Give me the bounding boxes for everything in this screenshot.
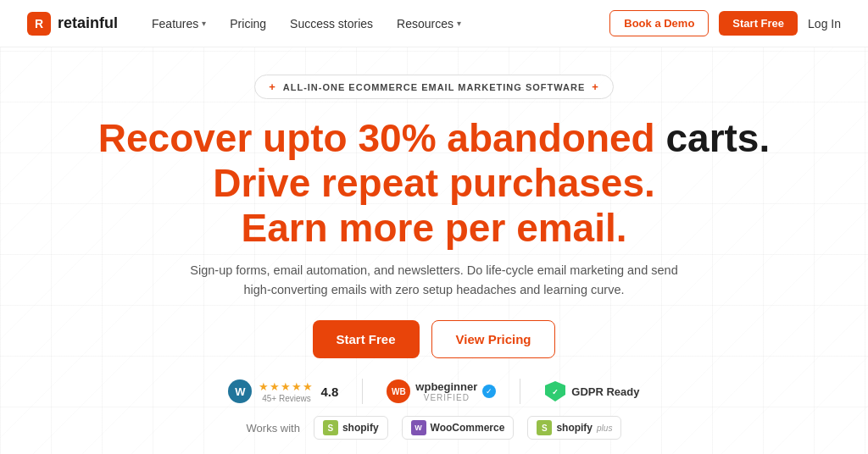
badge-plus-right: +: [592, 80, 599, 93]
rating-number: 4.8: [320, 385, 338, 399]
wpbeginner-info: wpbeginner VERIFIED: [415, 380, 477, 402]
nav-actions: Book a Demo Start Free Log In: [609, 10, 841, 36]
badge-text: ALL-IN-ONE ECOMMERCE EMAIL MARKETING SOF…: [283, 82, 585, 92]
wpbeginner-badge: WB wpbeginner VERIFIED ✓: [387, 379, 496, 403]
svg-text:✓: ✓: [552, 388, 559, 396]
nav-pricing[interactable]: Pricing: [230, 17, 266, 30]
hero-section: + ALL-IN-ONE ECOMMERCE EMAIL MARKETING S…: [0, 47, 868, 440]
gdpr-badge: ✓ GDPR Ready: [544, 380, 639, 402]
hero-buttons: Start Free View Pricing: [17, 320, 851, 358]
navbar: R retainful Features ▾ Pricing Success s…: [0, 0, 868, 47]
rating-info: ★★★★★ 45+ Reviews: [259, 379, 314, 404]
logo-icon: R: [27, 12, 51, 36]
headline-line1: Recover upto 30% abandoned carts.: [17, 116, 851, 161]
hero-badge: + ALL-IN-ONE ECOMMERCE EMAIL MARKETING S…: [254, 75, 614, 99]
shopify-plus-icon: S: [537, 420, 552, 435]
wpbeginner-icon: WB: [387, 379, 410, 403]
shopify-plus-label: shopify: [556, 422, 593, 434]
hero-headline: Recover upto 30% abandoned carts. Drive …: [17, 116, 851, 251]
wpbeginner-label: wpbeginner: [415, 380, 477, 393]
nav-links: Features ▾ Pricing Success stories Resou…: [152, 17, 609, 30]
woocommerce-badge: W WooCommerce: [402, 416, 515, 440]
trust-badges: W ★★★★★ 45+ Reviews 4.8 WB wpbeginner VE…: [17, 379, 851, 404]
reviews-label: 45+ Reviews: [259, 394, 314, 404]
wordpress-rating: W ★★★★★ 45+ Reviews 4.8: [228, 379, 338, 404]
book-demo-button[interactable]: Book a Demo: [609, 10, 709, 36]
stars: ★★★★★: [259, 379, 314, 394]
works-with-label: Works with: [247, 422, 300, 435]
nav-success-stories[interactable]: Success stories: [290, 17, 373, 30]
shopify-label: shopify: [342, 422, 379, 434]
logo-text: retainful: [58, 14, 118, 32]
woocommerce-icon: W: [411, 420, 426, 435]
badge-plus-left: +: [269, 80, 276, 93]
gdpr-shield-icon: ✓: [544, 380, 566, 402]
features-chevron-icon: ▾: [202, 19, 206, 28]
shopify-plus-suffix: plus: [597, 424, 612, 433]
headline-line3: Earn more per email.: [17, 206, 851, 251]
login-link[interactable]: Log In: [808, 17, 841, 30]
verified-check-icon: ✓: [482, 385, 496, 398]
headline-line2: Drive repeat purchases.: [17, 161, 851, 206]
works-with-row: Works with S shopify W WooCommerce S sho…: [17, 416, 851, 440]
woocommerce-label: WooCommerce: [431, 422, 505, 434]
resources-chevron-icon: ▾: [457, 19, 461, 28]
view-pricing-button[interactable]: View Pricing: [431, 320, 556, 358]
shopify-icon: S: [323, 420, 338, 435]
start-free-nav-button[interactable]: Start Free: [719, 11, 798, 36]
start-free-hero-button[interactable]: Start Free: [313, 320, 420, 358]
logo[interactable]: R retainful: [27, 12, 118, 36]
nav-features[interactable]: Features ▾: [152, 17, 206, 30]
verified-label: VERIFIED: [415, 393, 477, 402]
gdpr-label: GDPR Ready: [571, 385, 639, 398]
wordpress-icon: W: [228, 379, 252, 403]
hero-subtext: Sign-up forms, email automation, and new…: [180, 261, 688, 300]
shopify-badge: S shopify: [314, 416, 388, 440]
nav-resources[interactable]: Resources ▾: [397, 17, 461, 30]
shopify-plus-badge: S shopify plus: [527, 416, 621, 440]
divider-1: [362, 379, 363, 404]
divider-2: [520, 379, 520, 404]
